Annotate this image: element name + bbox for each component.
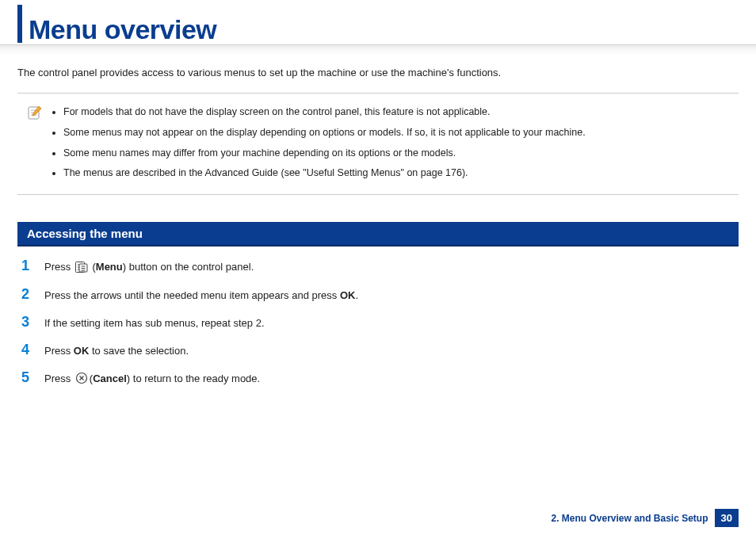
step-number: 5 (17, 369, 33, 386)
note-item: Some menu names may differ from your mac… (63, 144, 726, 163)
note-item: The menus are described in the Advanced … (63, 164, 726, 183)
step-number: 2 (17, 286, 33, 303)
steps-list: 1 Press (Menu) button on the control pan… (17, 258, 739, 387)
title-underline (0, 44, 756, 55)
step-number: 3 (17, 314, 33, 331)
page-number: 30 (715, 509, 739, 527)
note-item: For models that do not have the display … (63, 103, 726, 122)
section-header: Accessing the menu (17, 222, 739, 246)
menu-button-icon (75, 262, 88, 275)
step-1: 1 Press (Menu) button on the control pan… (17, 258, 739, 275)
title-bar: Menu overview (17, 5, 739, 43)
page-title: Menu overview (29, 16, 216, 43)
document-page: Menu overview The control panel provides… (0, 5, 756, 535)
cancel-button-icon (75, 372, 88, 387)
step-text: If the setting item has sub menus, repea… (44, 317, 265, 329)
page-footer: 2. Menu Overview and Basic Setup 30 (551, 509, 739, 527)
step-2: 2 Press the arrows until the needed menu… (17, 286, 739, 303)
step-text: Press (Menu) button on the control panel… (44, 261, 254, 275)
step-text: Press the arrows until the needed menu i… (44, 289, 358, 301)
intro-text: The control panel provides access to var… (17, 67, 739, 78)
step-text: Press OK to save the selection. (44, 345, 189, 357)
step-number: 4 (17, 342, 33, 358)
note-box: For models that do not have the display … (17, 93, 739, 195)
step-text: Press (Cancel) to return to the ready mo… (44, 372, 260, 387)
note-pencil-icon (27, 105, 43, 128)
step-number: 1 (17, 258, 33, 274)
step-3: 3 If the setting item has sub menus, rep… (17, 314, 739, 331)
note-item: Some menus may not appear on the display… (63, 124, 726, 143)
step-5: 5 Press (Cancel) to return to the ready … (17, 369, 739, 387)
footer-chapter: 2. Menu Overview and Basic Setup (551, 513, 708, 524)
step-4: 4 Press OK to save the selection. (17, 342, 739, 358)
note-list: For models that do not have the display … (52, 103, 726, 183)
